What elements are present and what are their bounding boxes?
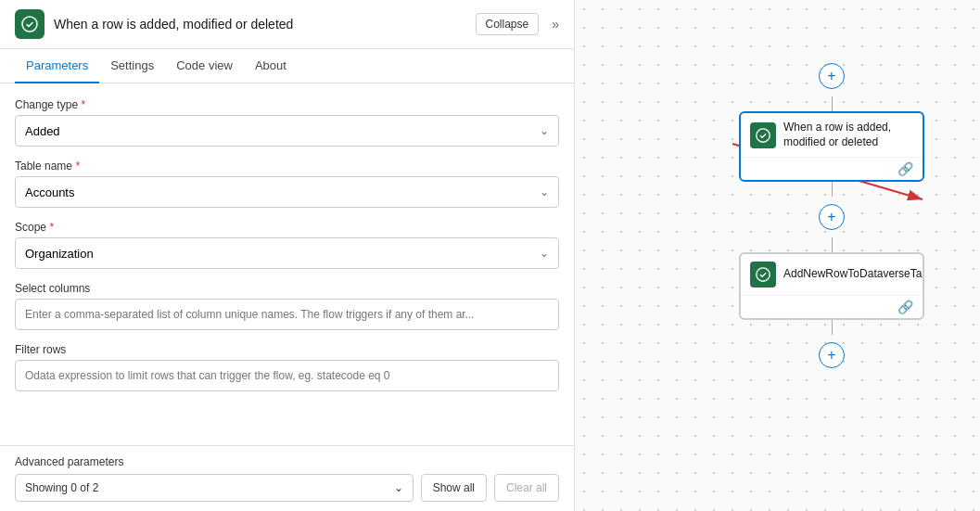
scope-label: Scope * bbox=[15, 221, 559, 234]
select-columns-label: Select columns bbox=[15, 282, 559, 295]
connector-line-top bbox=[832, 96, 833, 111]
tab-parameters[interactable]: Parameters bbox=[15, 49, 99, 83]
flow-nodes: + When a row is added, modified or delet… bbox=[739, 56, 924, 376]
filter-rows-input[interactable] bbox=[15, 360, 559, 391]
canvas-area: + When a row is added, modified or delet… bbox=[575, 0, 980, 511]
collapse-button[interactable]: Collapse bbox=[476, 13, 540, 35]
scope-chevron-icon: ⌄ bbox=[540, 247, 549, 260]
showing-dropdown[interactable]: Showing 0 of 2 ⌄ bbox=[15, 474, 414, 502]
flow-node-trigger-title: When a row is added, modified or deleted bbox=[783, 121, 913, 149]
change-type-required: * bbox=[81, 98, 85, 111]
change-type-value: Added bbox=[25, 124, 60, 138]
scope-required: * bbox=[49, 221, 54, 234]
flow-node-action-header: AddNewRowToDataverseTable bbox=[741, 254, 923, 295]
advanced-parameters-label: Advanced parameters bbox=[15, 455, 559, 468]
svg-point-3 bbox=[757, 128, 770, 141]
connector-line-middle bbox=[832, 182, 833, 197]
panel-content: Change type * Added ⌄ Table name * Accou… bbox=[0, 83, 574, 445]
flow-node-action[interactable]: AddNewRowToDataverseTable 🔗 bbox=[739, 252, 924, 320]
tab-code-view[interactable]: Code view bbox=[165, 49, 244, 83]
flow-node-trigger[interactable]: When a row is added, modified or deleted… bbox=[739, 111, 924, 182]
table-name-chevron-icon: ⌄ bbox=[540, 185, 549, 198]
showing-chevron-icon: ⌄ bbox=[394, 481, 403, 494]
chevron-left-icon[interactable]: » bbox=[552, 17, 559, 32]
connector-line-middle2 bbox=[832, 237, 833, 252]
filter-rows-field: Filter rows bbox=[15, 343, 559, 391]
panel-header: When a row is added, modified or deleted… bbox=[0, 0, 574, 49]
left-panel: When a row is added, modified or deleted… bbox=[0, 0, 575, 511]
flow-node-trigger-footer: 🔗 bbox=[741, 157, 923, 180]
change-type-chevron-icon: ⌄ bbox=[540, 124, 549, 137]
flow-node-trigger-link-icon: 🔗 bbox=[897, 161, 913, 176]
svg-point-4 bbox=[757, 268, 770, 281]
change-type-dropdown[interactable]: Added ⌄ bbox=[15, 115, 559, 147]
table-name-required: * bbox=[75, 160, 80, 172]
table-name-dropdown[interactable]: Accounts ⌄ bbox=[15, 176, 559, 208]
tab-about[interactable]: About bbox=[244, 49, 298, 83]
show-all-button[interactable]: Show all bbox=[421, 474, 487, 502]
add-node-button-middle[interactable]: + bbox=[819, 204, 845, 230]
select-columns-input[interactable] bbox=[15, 299, 559, 330]
footer-controls: Showing 0 of 2 ⌄ Show all Clear all bbox=[15, 474, 559, 502]
flow-node-action-link-icon: 🔗 bbox=[897, 300, 913, 314]
add-node-button-bottom[interactable]: + bbox=[819, 342, 845, 368]
connector-line-bottom bbox=[832, 320, 833, 335]
tabs: Parameters Settings Code view About bbox=[0, 49, 574, 83]
flow-node-trigger-header: When a row is added, modified or deleted bbox=[741, 113, 923, 157]
panel-footer: Advanced parameters Showing 0 of 2 ⌄ Sho… bbox=[0, 445, 574, 511]
svg-point-0 bbox=[22, 17, 37, 32]
tab-settings[interactable]: Settings bbox=[99, 49, 165, 83]
table-name-label: Table name * bbox=[15, 160, 559, 172]
change-type-label: Change type * bbox=[15, 98, 559, 111]
table-name-field: Table name * Accounts ⌄ bbox=[15, 160, 559, 208]
flow-node-action-footer: 🔗 bbox=[741, 295, 923, 318]
add-node-button-top[interactable]: + bbox=[819, 63, 845, 89]
filter-rows-label: Filter rows bbox=[15, 343, 559, 356]
showing-text: Showing 0 of 2 bbox=[25, 481, 98, 494]
flow-node-trigger-icon bbox=[750, 122, 776, 148]
scope-value: Organization bbox=[25, 247, 94, 261]
flow-node-action-title: AddNewRowToDataverseTable bbox=[783, 267, 924, 282]
table-name-value: Accounts bbox=[25, 185, 74, 199]
footer-inner: Advanced parameters Showing 0 of 2 ⌄ Sho… bbox=[15, 455, 559, 502]
trigger-icon bbox=[15, 9, 45, 39]
scope-field: Scope * Organization ⌄ bbox=[15, 221, 559, 269]
select-columns-field: Select columns bbox=[15, 282, 559, 330]
clear-all-button[interactable]: Clear all bbox=[494, 474, 559, 502]
scope-dropdown[interactable]: Organization ⌄ bbox=[15, 237, 559, 269]
panel-title: When a row is added, modified or deleted bbox=[54, 17, 466, 32]
flow-node-action-icon bbox=[750, 262, 776, 287]
change-type-field: Change type * Added ⌄ bbox=[15, 98, 559, 147]
